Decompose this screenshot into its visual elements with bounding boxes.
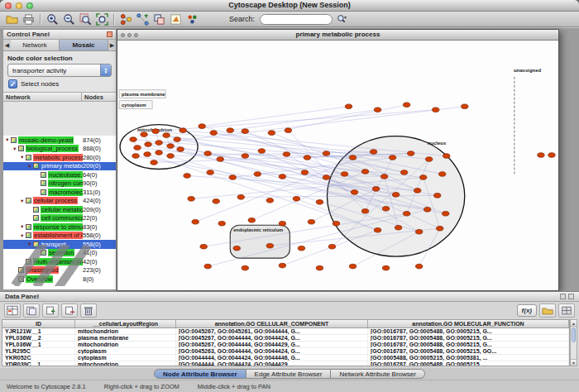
graph-node[interactable] <box>361 209 368 214</box>
graph-node[interactable] <box>227 128 233 133</box>
tree-row[interactable]: ▼cellular process424(0) <box>3 197 116 206</box>
graph-node[interactable] <box>163 133 170 138</box>
table-scrollbar[interactable]: ▲ ▼ <box>570 319 577 366</box>
tree-row[interactable]: nitrogen compo...90(0) <box>3 179 116 189</box>
select-nodes-checkbox[interactable]: ✓ <box>8 79 17 88</box>
tree-row[interactable]: ▼response to stimulus83(0) <box>3 222 116 232</box>
graph-node[interactable] <box>174 137 180 142</box>
expand-network-icon[interactable] <box>135 12 150 26</box>
graph-node[interactable] <box>392 193 399 198</box>
first-neighbors-icon[interactable] <box>118 12 133 26</box>
scroll-down-icon[interactable]: ▼ <box>571 359 577 366</box>
graph-node[interactable] <box>403 212 409 217</box>
graph-node[interactable] <box>548 153 555 158</box>
graph-node[interactable] <box>407 151 414 156</box>
graph-node[interactable] <box>237 195 244 200</box>
node-color-dropdown[interactable]: transporter activity ▲▼ <box>7 64 112 77</box>
merge-networks-icon[interactable] <box>151 12 166 26</box>
graph-node[interactable] <box>443 212 449 217</box>
graph-node[interactable] <box>144 152 151 157</box>
graph-node[interactable] <box>279 174 285 179</box>
graph-node[interactable] <box>199 124 205 129</box>
graph-node[interactable] <box>285 128 291 133</box>
graph-node[interactable] <box>268 131 275 136</box>
network-view-titlebar[interactable]: primary metabolic process <box>117 30 558 41</box>
graph-node[interactable] <box>134 146 141 151</box>
print-icon[interactable] <box>21 12 36 26</box>
graph-node[interactable] <box>316 200 323 205</box>
graph-node[interactable] <box>323 175 329 180</box>
disclosure-triangle-icon[interactable]: ▼ <box>12 146 18 151</box>
trash-icon[interactable] <box>80 304 97 318</box>
graph-node[interactable] <box>132 154 139 159</box>
graph-node[interactable] <box>328 244 335 249</box>
graph-node[interactable] <box>258 149 265 154</box>
graph-node[interactable] <box>382 207 389 212</box>
tree-row[interactable]: ▼establishment of lo...558(0) <box>3 232 116 241</box>
disclosure-triangle-icon[interactable]: ▼ <box>5 137 11 142</box>
graph-node[interactable] <box>167 154 174 159</box>
tab-edge-attribute-browser[interactable]: Edge Attribute Browser <box>246 369 332 379</box>
graph-node[interactable] <box>242 154 248 159</box>
graph-node[interactable] <box>437 226 443 231</box>
graph-node[interactable] <box>188 197 194 202</box>
graph-node[interactable] <box>217 157 223 162</box>
table-row[interactable]: YKR052Ccytoplasm[GO:0044444, GO:0044424,… <box>2 355 569 361</box>
disclosure-triangle-icon[interactable]: ▼ <box>20 155 26 160</box>
graph-node[interactable] <box>333 221 339 226</box>
tree-row[interactable]: nucleobase...64(0) <box>3 170 116 179</box>
float-panel-icon[interactable] <box>107 31 112 37</box>
graph-node[interactable] <box>349 264 356 269</box>
graph-node[interactable] <box>152 129 159 134</box>
graph-node[interactable] <box>351 190 357 195</box>
tab-node-attribute-browser[interactable]: Node Attribute Browser <box>154 369 246 379</box>
graph-node[interactable] <box>414 189 420 194</box>
graph-node[interactable] <box>242 129 248 134</box>
tab-scroll-left-icon[interactable]: ◀ <box>3 40 11 50</box>
graph-node[interactable] <box>279 221 285 226</box>
graph-node[interactable] <box>415 264 422 269</box>
new-attribute-icon[interactable] <box>42 304 59 318</box>
graph-node[interactable] <box>283 152 290 157</box>
graph-node[interactable] <box>425 157 432 162</box>
graph-node[interactable] <box>301 170 308 175</box>
graph-node[interactable] <box>279 263 285 268</box>
graph-node[interactable] <box>213 199 219 204</box>
delete-attribute-icon[interactable] <box>61 304 78 318</box>
search-input[interactable] <box>260 14 333 25</box>
disclosure-triangle-icon[interactable]: ▼ <box>27 164 33 169</box>
network-canvas[interactable]: plasma membrane cytoplasm mitochondrion … <box>117 41 558 290</box>
graph-node[interactable] <box>374 227 380 232</box>
graph-node[interactable] <box>308 219 314 224</box>
formula-builder-button[interactable]: f(x) <box>517 304 537 317</box>
tree-row[interactable]: cell communica...22(0) <box>3 214 116 223</box>
graph-node[interactable] <box>177 147 184 152</box>
scrollbar-thumb[interactable] <box>572 327 576 342</box>
column-header[interactable]: ID <box>2 320 75 327</box>
graph-node[interactable] <box>462 104 468 109</box>
graph-node[interactable] <box>266 198 273 203</box>
tree-row[interactable]: macromolecule...311(0) <box>3 188 116 197</box>
import-folder-icon[interactable] <box>539 304 556 318</box>
graph-node[interactable] <box>538 153 544 158</box>
unselect-attributes-icon[interactable] <box>23 304 40 318</box>
tree-row[interactable]: ▼primary metabo...209(0) <box>3 162 116 171</box>
table-row[interactable]: YPL036W__2plasma membrane[GO:0045267, GO… <box>2 335 569 342</box>
tab-network-attribute-browser[interactable]: Network Attribute Browser <box>331 369 424 379</box>
tree-row[interactable]: ▼biological_process868(0) <box>3 145 116 154</box>
graph-node[interactable] <box>248 218 255 222</box>
zoom-out-icon[interactable] <box>61 12 76 26</box>
graph-node[interactable] <box>141 132 147 137</box>
graph-node[interactable] <box>156 151 162 155</box>
graph-node[interactable] <box>218 221 225 226</box>
matrix-grid-icon[interactable] <box>558 304 575 318</box>
graph-node[interactable] <box>433 108 439 112</box>
graph-node[interactable] <box>434 194 441 198</box>
graph-node[interactable] <box>395 225 401 230</box>
float-panel-icon[interactable] <box>560 294 566 299</box>
graph-node[interactable] <box>242 265 248 270</box>
graph-node[interactable] <box>403 103 409 108</box>
tree-row[interactable]: ▼mosaic-demo-yeast874(0) <box>3 136 116 145</box>
tree-row[interactable]: cellular metabo...209(0) <box>3 205 116 214</box>
graph-node[interactable] <box>210 131 217 136</box>
